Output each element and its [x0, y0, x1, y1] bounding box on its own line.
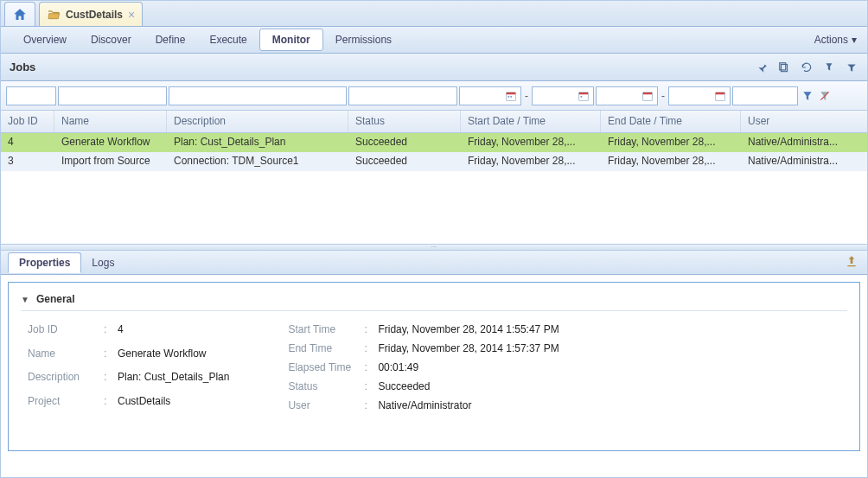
tab-permissions[interactable]: Permissions [323, 29, 404, 50]
label-elapsed: Elapsed Time [288, 361, 364, 380]
label-description: Description [28, 371, 104, 395]
jobs-table-body: 4 Generate Workflow Plan: Cust_Details_P… [1, 133, 867, 244]
home-icon [12, 7, 28, 22]
tab-discover[interactable]: Discover [79, 29, 144, 50]
properties-panel: ▼ General Job ID:4 Name:Generate Workflo… [1, 275, 867, 458]
value-start-time: Friday, November 28, 2014 1:55:47 PM [378, 323, 565, 342]
col-start[interactable]: Start Date / Time [461, 111, 601, 132]
filter-status[interactable] [348, 86, 457, 105]
cell-status: Succeeded [348, 133, 461, 152]
cell-start: Friday, November 28,... [461, 152, 601, 171]
filter-row: - - [1, 81, 867, 111]
filter-name[interactable] [58, 86, 167, 105]
action2-icon[interactable] [845, 61, 858, 74]
col-description[interactable]: Description [167, 111, 348, 132]
refresh-icon[interactable] [800, 61, 814, 74]
filter-start-from[interactable] [459, 86, 521, 105]
section-general-header[interactable]: ▼ General [21, 293, 847, 311]
value-elapsed: 00:01:49 [378, 361, 565, 380]
label-status: Status [288, 380, 364, 399]
calendar-icon [505, 90, 517, 102]
cell-description: Plan: Cust_Details_Plan [167, 133, 348, 152]
cell-status: Succeeded [348, 152, 461, 171]
col-status[interactable]: Status [348, 111, 461, 132]
value-end-time: Friday, November 28, 2014 1:57:37 PM [378, 342, 565, 361]
label-user: User [288, 399, 364, 418]
jobs-toolbar [755, 61, 858, 74]
label-name: Name [28, 347, 104, 372]
tab-execute[interactable]: Execute [197, 29, 258, 50]
action1-icon[interactable] [822, 61, 836, 74]
calendar-icon [714, 90, 726, 102]
filter-job-id[interactable] [6, 86, 56, 105]
tab-monitor[interactable]: Monitor [259, 29, 323, 51]
clear-filter-button[interactable] [817, 88, 833, 104]
table-row[interactable]: 3 Import from Source Connection: TDM_Sou… [1, 152, 867, 171]
col-name[interactable]: Name [54, 111, 167, 132]
export-button[interactable] [845, 255, 860, 271]
label-end-time: End Time [288, 342, 364, 361]
date-range-separator: - [523, 90, 530, 102]
calendar-icon [641, 90, 654, 102]
calendar-icon [578, 90, 590, 102]
cell-end: Friday, November 28,... [601, 152, 741, 171]
filter-start-to[interactable] [532, 86, 594, 105]
svg-rect-5 [510, 96, 512, 98]
value-user: Native/Administrator [378, 399, 565, 418]
actions-label: Actions [814, 34, 848, 46]
actions-menu[interactable]: Actions ▾ [814, 34, 857, 46]
filter-user[interactable] [732, 86, 798, 105]
cell-start: Friday, November 28,... [461, 133, 601, 152]
filter-end-from[interactable] [596, 86, 658, 105]
label-job-id: Job ID [28, 323, 104, 347]
copy-icon[interactable] [777, 61, 791, 74]
section-title: General [36, 293, 75, 305]
tab-custdetails[interactable]: CustDetails × [39, 2, 143, 26]
cell-job-id: 3 [1, 152, 54, 171]
apply-filter-button[interactable] [800, 88, 815, 104]
value-job-id: 4 [118, 323, 236, 347]
tab-define[interactable]: Define [144, 29, 198, 50]
general-content: Job ID:4 Name:Generate Workflow Descript… [21, 323, 847, 418]
value-project: CustDetails [118, 395, 236, 419]
jobs-title: Jobs [10, 61, 35, 73]
cell-job-id: 4 [1, 133, 54, 152]
table-row[interactable]: 4 Generate Workflow Plan: Cust_Details_P… [1, 133, 867, 152]
lower-tab-bar: Properties Logs [1, 251, 867, 275]
cell-end: Friday, November 28,... [601, 133, 741, 152]
secondary-tab-bar: Overview Discover Define Execute Monitor… [1, 27, 867, 54]
cell-description: Connection: TDM_Source1 [167, 152, 348, 171]
home-tab[interactable] [4, 2, 35, 26]
top-tab-bar: CustDetails × [1, 1, 867, 27]
tab-logs[interactable]: Logs [81, 253, 124, 272]
folder-open-icon [47, 8, 61, 22]
svg-rect-3 [507, 92, 516, 93]
label-start-time: Start Time [288, 323, 364, 342]
svg-rect-12 [716, 92, 725, 93]
col-end[interactable]: End Date / Time [601, 111, 741, 132]
date-range-separator: - [660, 90, 667, 102]
filter-end-to[interactable] [668, 86, 731, 105]
splitter-handle[interactable]: ··· [1, 244, 867, 251]
tab-label: CustDetails [66, 9, 123, 21]
filter-description[interactable] [169, 86, 347, 105]
cell-name: Generate Workflow [54, 133, 167, 152]
cell-name: Import from Source [54, 152, 167, 171]
collapse-arrow-icon: ▼ [21, 295, 29, 304]
close-icon[interactable]: × [128, 8, 135, 22]
value-name: Generate Workflow [118, 347, 236, 372]
svg-rect-8 [581, 96, 583, 98]
pin-icon[interactable] [755, 61, 769, 74]
tab-properties[interactable]: Properties [8, 252, 81, 273]
value-status: Succeeded [378, 380, 565, 399]
col-user[interactable]: User [741, 111, 867, 132]
label-project: Project [28, 395, 104, 419]
funnel-icon [801, 90, 814, 102]
col-job-id[interactable]: Job ID [1, 111, 54, 132]
chevron-down-icon: ▾ [852, 34, 857, 46]
tab-overview[interactable]: Overview [11, 29, 79, 50]
jobs-table-header: Job ID Name Description Status Start Dat… [1, 111, 867, 133]
cell-user: Native/Administra... [741, 133, 867, 152]
svg-rect-4 [508, 96, 510, 98]
jobs-header: Jobs [1, 54, 867, 81]
